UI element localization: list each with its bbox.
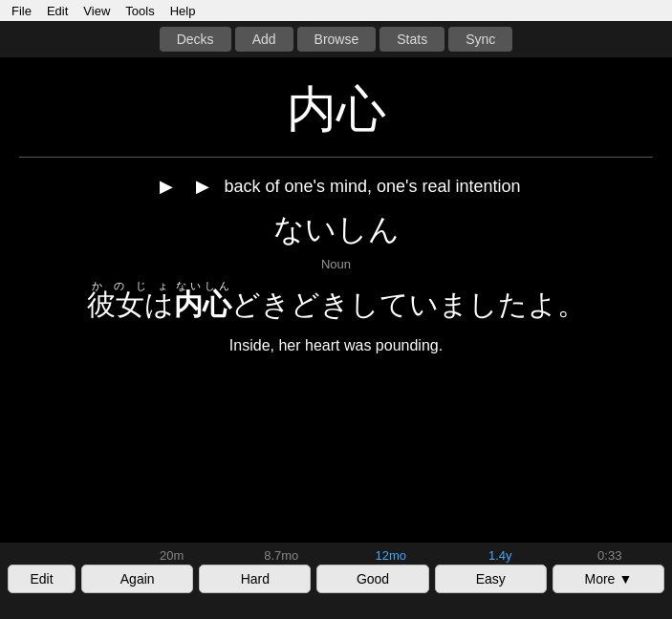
timing-easy: 1.4y xyxy=(445,548,555,563)
play-button-2[interactable]: ▶ xyxy=(187,171,218,202)
timing-clock: 0:33 xyxy=(555,548,665,563)
nav-bar: Decks Add Browse Stats Sync xyxy=(0,21,672,57)
tab-add[interactable]: Add xyxy=(235,27,293,52)
tab-decks[interactable]: Decks xyxy=(160,27,231,52)
menu-help[interactable]: Help xyxy=(163,2,204,20)
timing-good: 12mo xyxy=(336,548,446,563)
good-button[interactable]: Good xyxy=(316,565,428,593)
card-area: 内心 ▶ ▶ back of one's mind, one's real in… xyxy=(0,57,672,543)
again-button[interactable]: Again xyxy=(81,565,193,593)
sentence-part-2: 内心ないしん xyxy=(174,288,231,320)
audio-row: ▶ ▶ back of one's mind, one's real inten… xyxy=(151,171,520,202)
hard-button[interactable]: Hard xyxy=(199,565,311,593)
timer-row: 20m 8.7mo 12mo 1.4y 0:33 xyxy=(0,543,672,565)
translation: Inside, her heart was pounding. xyxy=(87,337,586,354)
play-button-1[interactable]: ▶ xyxy=(151,171,182,202)
menu-file[interactable]: File xyxy=(4,2,39,20)
sentence-part-3: どきどきしていましたよ。 xyxy=(231,288,586,320)
menu-bar: File Edit View Tools Help xyxy=(0,0,672,21)
example-block: 彼女はかのじょ内心ないしんどきどきしていましたよ。 Inside, her he… xyxy=(87,281,586,354)
play-icon-1: ▶ xyxy=(160,176,173,197)
more-button[interactable]: More ▼ xyxy=(553,565,664,593)
button-row: Edit Again Hard Good Easy More ▼ xyxy=(0,565,672,603)
edit-button[interactable]: Edit xyxy=(8,565,76,593)
definition-text: back of one's mind, one's real intention xyxy=(224,177,520,197)
pos-label: Noun xyxy=(321,257,351,271)
timing-again: 20m xyxy=(118,548,228,563)
tab-sync[interactable]: Sync xyxy=(448,27,512,52)
menu-view[interactable]: View xyxy=(76,2,118,20)
play-icon-2: ▶ xyxy=(196,176,209,197)
sentence-part-1: 彼女はかのじょ xyxy=(87,288,174,320)
sentence-ruby: 彼女はかのじょ内心ないしんどきどきしていましたよ。 xyxy=(87,281,586,328)
tab-stats[interactable]: Stats xyxy=(379,27,444,52)
kanji-title: 内心 xyxy=(287,76,386,143)
easy-button[interactable]: Easy xyxy=(435,565,547,593)
more-label: More xyxy=(585,571,616,587)
menu-tools[interactable]: Tools xyxy=(118,2,162,20)
reading-kana: ないしん xyxy=(273,209,400,251)
chevron-down-icon: ▼ xyxy=(618,571,632,587)
tab-browse[interactable]: Browse xyxy=(297,27,377,52)
menu-edit[interactable]: Edit xyxy=(39,2,76,20)
timing-hard: 8.7mo xyxy=(227,548,336,563)
answer-bar: 20m 8.7mo 12mo 1.4y 0:33 Edit Again Hard… xyxy=(0,543,672,619)
divider-top xyxy=(19,157,653,158)
